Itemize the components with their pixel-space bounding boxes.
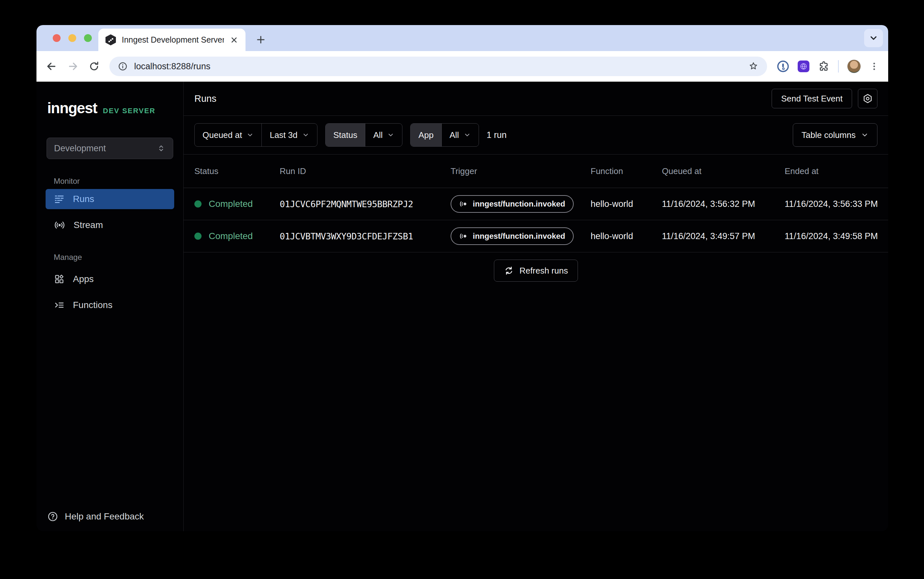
environment-value: Development [54,144,157,154]
close-window-button[interactable] [53,34,61,42]
status-label-text: Status [333,130,358,140]
toolbar-divider [838,60,839,72]
main-header: Runs Send Test Event [184,82,888,116]
time-range-select[interactable]: Last 3d [261,124,317,146]
browser-tabstrip: Inngest Development Server [36,25,888,51]
help-label: Help and Feedback [65,511,144,522]
sidebar-item-label: Runs [73,194,94,204]
status-dot-icon [194,232,202,240]
status-text: Completed [209,231,253,241]
trigger-cell: inngest/function.invoked [451,227,591,245]
trigger-pill[interactable]: inngest/function.invoked [451,227,574,245]
table-columns-label: Table columns [802,130,856,140]
browser-tab[interactable]: Inngest Development Server [98,29,246,51]
event-pulse-icon [459,200,468,208]
bookmark-star-icon[interactable] [748,61,758,72]
extension-area [777,59,879,73]
sidebar-item-label: Functions [73,300,112,310]
apps-icon [54,274,64,284]
ended-at: 11/16/2024, 3:56:33 PM [784,199,878,209]
environment-select[interactable]: Development [46,137,173,159]
status-text: Completed [209,199,253,209]
tab-close-icon[interactable] [230,36,238,44]
url-bar[interactable]: localhost:8288/runs [109,57,767,76]
functions-icon [54,300,64,310]
trigger-name: inngest/function.invoked [473,232,565,241]
sidebar-item-label: Apps [73,274,94,284]
sidebar-item-stream[interactable]: Stream [46,215,174,235]
trigger-cell: inngest/function.invoked [451,195,591,213]
sidebar-item-functions[interactable]: Functions [46,295,174,315]
page-title: Runs [194,93,771,104]
maximize-window-button[interactable] [84,34,92,42]
help-icon [47,511,58,522]
help-and-feedback[interactable]: Help and Feedback [47,511,144,522]
trigger-pill[interactable]: inngest/function.invoked [451,195,574,213]
table-row[interactable]: Completed 01JCVBTMV3WXY9D3CFDEJFZSB1 inn… [184,220,888,252]
site-info-icon[interactable] [118,62,128,71]
column-header-trigger: Trigger [451,166,591,176]
inngest-logo: inngest [47,99,97,117]
back-icon[interactable] [46,61,57,72]
refresh-label: Refresh runs [520,266,568,276]
time-filter-group: Queued at Last 3d [194,123,317,147]
sidebar: inngest DEV SERVER Development Monitor R… [36,82,184,531]
refresh-runs-button[interactable]: Refresh runs [494,260,578,282]
browser-menu-icon[interactable] [869,62,879,71]
browser-extension-icon[interactable] [798,61,809,72]
function-name: hello-world [591,231,662,241]
status-dot-icon [194,200,202,208]
status-cell: Completed [194,231,280,241]
send-test-event-button[interactable]: Send Test Event [771,89,852,108]
logo-row: inngest DEV SERVER [47,99,183,117]
app-filter-select[interactable]: All [441,124,479,146]
column-header-status: Status [194,166,280,176]
main-panel: Runs Send Test Event Queued at Last 3d [184,82,888,531]
table-row[interactable]: Completed 01JCVC6PF2MQNMTWE95BBRZPJ2 inn… [184,188,888,220]
new-tab-button[interactable] [255,34,266,45]
minimize-window-button[interactable] [68,34,76,42]
status-filter-group: Status All [325,123,403,147]
password-manager-icon[interactable] [777,60,789,72]
run-id: 01JCVBTMV3WXY9D3CFDEJFZSB1 [280,231,451,241]
queued-at: 11/16/2024, 3:56:32 PM [662,199,784,209]
app-filter-value: All [450,130,459,140]
column-header-run-id: Run ID [280,166,451,176]
column-header-function: Function [591,166,662,176]
sidebar-item-label: Stream [74,220,103,230]
traffic-lights [53,34,92,42]
column-header-ended-at: Ended at [784,166,878,176]
dev-server-badge: DEV SERVER [103,107,155,115]
app-label-text: App [419,130,433,140]
app-content: inngest DEV SERVER Development Monitor R… [36,82,888,531]
tab-title: Inngest Development Server [122,35,224,44]
forward-icon[interactable] [67,61,79,72]
section-label-manage: Manage [54,253,183,262]
status-filter-label: Status [326,124,365,146]
status-filter-select[interactable]: All [365,124,402,146]
ended-at: 11/16/2024, 3:49:58 PM [784,231,878,241]
profile-avatar[interactable] [847,59,861,73]
settings-button[interactable] [858,89,878,108]
status-cell: Completed [194,199,280,209]
stream-icon [54,219,65,231]
time-field-value: Queued at [202,130,242,140]
browser-toolbar: localhost:8288/runs [36,51,888,82]
time-field-select[interactable]: Queued at [195,124,261,146]
chevron-down-icon [246,131,254,139]
function-name: hello-world [591,199,662,209]
app-filter-group: App All [410,123,479,147]
table-columns-button[interactable]: Table columns [793,123,878,147]
filter-bar: Queued at Last 3d Status All [184,116,888,154]
browser-window: Inngest Development Server localhost:828… [36,25,888,531]
sidebar-item-runs[interactable]: Runs [46,189,174,209]
sidebar-item-apps[interactable]: Apps [46,269,174,289]
chevron-down-icon [387,131,394,139]
status-filter-value: All [373,130,382,140]
reload-icon[interactable] [89,61,100,72]
chevron-down-icon [302,131,309,139]
extensions-puzzle-icon[interactable] [818,61,830,72]
updown-chevron-icon [157,144,166,153]
tab-search-button[interactable] [864,29,883,47]
table-header-row: Status Run ID Trigger Function Queued at… [184,154,888,188]
